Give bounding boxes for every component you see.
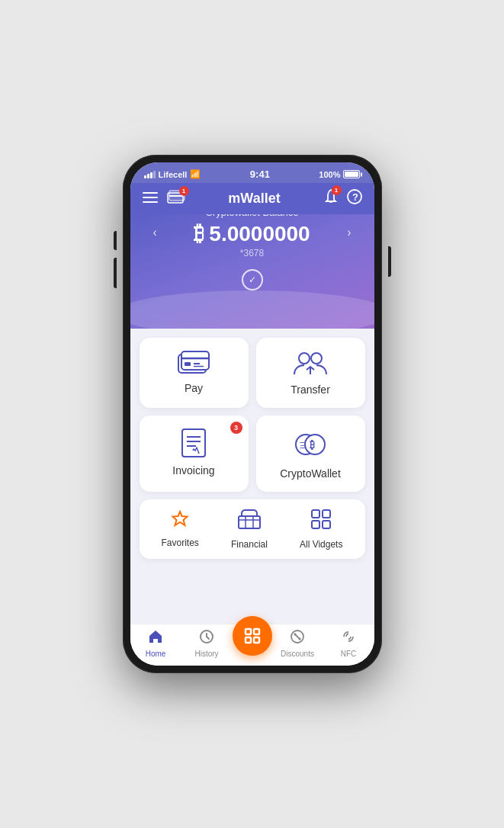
svg-text:₿: ₿ bbox=[310, 439, 315, 451]
cards-badge: 1 bbox=[179, 186, 189, 196]
invoicing-card[interactable]: 3 Invoicing bbox=[140, 416, 249, 492]
nfc-icon bbox=[341, 629, 356, 648]
svg-rect-1 bbox=[143, 197, 158, 198]
signal-icon bbox=[144, 171, 156, 178]
balance-info: Cryptowallet Balance ₿ 5.0000000 *3678 bbox=[194, 214, 310, 258]
balance-label: Cryptowallet Balance bbox=[205, 214, 298, 218]
home-nav-label: Home bbox=[146, 650, 166, 658]
discounts-nav-label: Discounts bbox=[281, 650, 314, 658]
power-button bbox=[388, 246, 391, 277]
history-nav-label: History bbox=[194, 650, 218, 658]
svg-rect-11 bbox=[181, 351, 209, 370]
main-content: Pay Transfer bbox=[130, 329, 374, 624]
discounts-icon bbox=[290, 629, 305, 648]
cryptowallet-label: CryptoWallet bbox=[280, 467, 341, 480]
nav-history[interactable]: History bbox=[181, 629, 233, 658]
svg-rect-37 bbox=[254, 629, 259, 634]
status-bar: Lifecell 📶 9:41 100% bbox=[130, 162, 374, 183]
svg-point-43 bbox=[299, 638, 301, 640]
status-left: Lifecell 📶 bbox=[144, 169, 201, 179]
home-icon bbox=[148, 629, 163, 648]
help-button[interactable]: ? bbox=[347, 189, 362, 208]
svg-point-16 bbox=[299, 353, 310, 364]
financial-widget[interactable]: Financial bbox=[231, 509, 268, 550]
all-vidgets-icon bbox=[310, 509, 332, 534]
bottom-nav: Home History bbox=[130, 624, 374, 666]
header-right: 1 ? bbox=[324, 189, 362, 208]
account-number: *3678 bbox=[240, 248, 264, 258]
transfer-card[interactable]: Transfer bbox=[256, 338, 365, 408]
all-vidgets-widget[interactable]: All Vidgets bbox=[300, 509, 342, 550]
all-vidgets-label: All Vidgets bbox=[300, 539, 342, 550]
volume-down-button bbox=[114, 258, 117, 288]
svg-rect-33 bbox=[312, 521, 319, 528]
svg-rect-38 bbox=[246, 637, 251, 643]
svg-point-17 bbox=[311, 353, 322, 364]
balance-value: 5.0000000 bbox=[209, 222, 310, 246]
balance-next-button[interactable]: › bbox=[343, 222, 355, 243]
phone-frame: Lifecell 📶 9:41 100% bbox=[123, 155, 382, 673]
svg-rect-13 bbox=[185, 362, 191, 366]
nav-discounts[interactable]: Discounts bbox=[272, 629, 323, 658]
expand-balance-button[interactable]: ✓ bbox=[242, 269, 263, 290]
svg-text:?: ? bbox=[352, 191, 358, 203]
svg-text:Ξ: Ξ bbox=[300, 441, 305, 450]
pay-label: Pay bbox=[185, 382, 203, 394]
pay-card[interactable]: Pay bbox=[140, 338, 249, 408]
status-time: 9:41 bbox=[250, 168, 270, 180]
favorites-widget[interactable]: Favorites bbox=[162, 509, 199, 550]
volume-up-button bbox=[114, 231, 117, 250]
favorites-label: Favorites bbox=[162, 538, 199, 548]
svg-rect-0 bbox=[143, 192, 158, 194]
balance-navigation: ‹ Cryptowallet Balance ₿ 5.0000000 *3678… bbox=[146, 214, 359, 258]
transfer-icon bbox=[293, 350, 328, 377]
history-icon bbox=[199, 629, 214, 648]
chevron-down-icon: ✓ bbox=[242, 269, 263, 290]
cryptowallet-icon: ₿ Ξ bbox=[294, 428, 327, 461]
battery-label: 100% bbox=[319, 170, 340, 179]
nfc-nav-label: NFC bbox=[341, 650, 357, 658]
wifi-icon: 📶 bbox=[190, 169, 201, 179]
carrier-label: Lifecell bbox=[159, 170, 188, 179]
nav-scan[interactable] bbox=[233, 631, 272, 656]
app-title: mWallet bbox=[228, 191, 280, 207]
currency-symbol: ₿ bbox=[194, 221, 204, 246]
nav-home[interactable]: Home bbox=[130, 629, 181, 658]
app-header: 1 mWallet 1 bbox=[130, 183, 374, 214]
status-right: 100% bbox=[319, 170, 360, 179]
transfer-label: Transfer bbox=[291, 384, 330, 396]
svg-rect-19 bbox=[182, 429, 205, 457]
balance-prev-button[interactable]: ‹ bbox=[149, 222, 161, 243]
cryptowallet-card[interactable]: ₿ Ξ CryptoWallet bbox=[256, 416, 365, 492]
pay-icon bbox=[177, 350, 210, 376]
svg-rect-32 bbox=[323, 510, 330, 518]
invoicing-icon bbox=[181, 428, 207, 458]
action-grid: Pay Transfer bbox=[140, 338, 365, 492]
svg-rect-31 bbox=[312, 510, 319, 518]
notification-button[interactable]: 1 bbox=[324, 189, 338, 208]
svg-rect-39 bbox=[254, 637, 259, 643]
scan-button[interactable] bbox=[233, 616, 272, 656]
svg-rect-2 bbox=[143, 201, 158, 203]
notification-badge: 1 bbox=[332, 185, 342, 195]
balance-amount: ₿ 5.0000000 bbox=[194, 221, 310, 246]
svg-rect-34 bbox=[323, 521, 330, 528]
widgets-row: Favorites Financial bbox=[140, 499, 365, 559]
financial-icon bbox=[238, 509, 261, 534]
phone-screen: Lifecell 📶 9:41 100% bbox=[130, 162, 374, 666]
invoicing-label: Invoicing bbox=[172, 464, 214, 477]
menu-button[interactable] bbox=[143, 191, 158, 207]
svg-point-24 bbox=[305, 435, 325, 454]
invoicing-badge: 3 bbox=[230, 422, 242, 434]
svg-rect-36 bbox=[246, 629, 251, 634]
svg-point-42 bbox=[294, 634, 297, 636]
nav-nfc[interactable]: NFC bbox=[323, 629, 374, 658]
favorites-icon bbox=[169, 509, 191, 533]
svg-rect-27 bbox=[239, 516, 260, 528]
balance-section: ‹ Cryptowallet Balance ₿ 5.0000000 *3678… bbox=[130, 214, 374, 329]
cards-button[interactable]: 1 bbox=[167, 190, 185, 207]
header-left: 1 bbox=[143, 190, 185, 207]
battery-icon bbox=[343, 170, 360, 178]
financial-label: Financial bbox=[231, 539, 268, 550]
